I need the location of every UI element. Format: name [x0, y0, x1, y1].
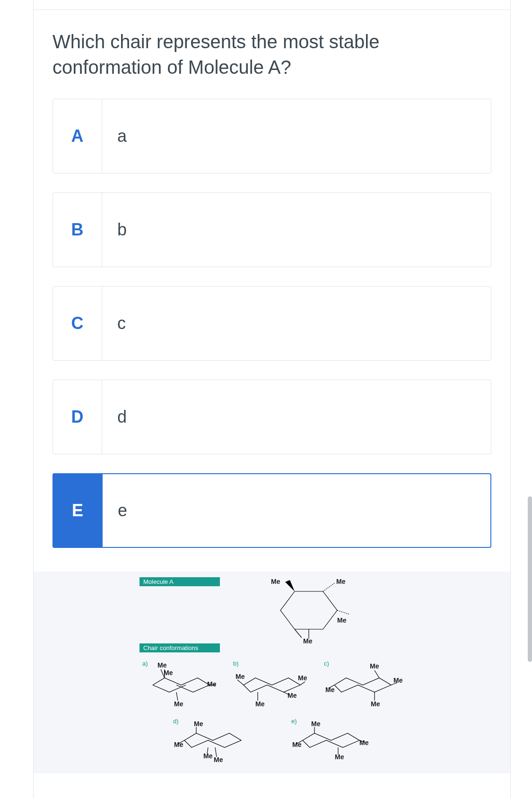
chair-conformations-label: Chair conformations: [140, 643, 220, 652]
figure-inner: Molecule A Me Me Me: [140, 577, 404, 764]
svg-text:Me: Me: [393, 677, 403, 684]
svg-text:Me: Me: [203, 752, 213, 760]
option-text: b: [102, 193, 491, 267]
question-text: Which chair represents the most stable c…: [52, 29, 491, 80]
option-letter: A: [53, 99, 102, 173]
svg-line-5: [337, 610, 349, 614]
option-letter: D: [53, 380, 102, 454]
svg-text:Me: Me: [271, 578, 280, 585]
option-letter: E: [53, 474, 103, 547]
option-e[interactable]: E e: [52, 473, 491, 548]
chair-letter: c): [324, 660, 329, 667]
svg-text:Me: Me: [303, 637, 313, 643]
chair-d: d) Me Me Me Me: [170, 717, 255, 764]
svg-line-19: [237, 680, 244, 685]
svg-line-27: [375, 670, 379, 678]
svg-text:Me: Me: [207, 680, 217, 688]
svg-text:Me: Me: [174, 700, 183, 708]
svg-text:Me: Me: [157, 661, 167, 669]
svg-line-17: [176, 692, 178, 701]
svg-line-21: [300, 682, 305, 685]
svg-text:Me: Me: [235, 673, 245, 680]
chair-letter: b): [233, 660, 239, 667]
svg-text:Me: Me: [335, 753, 344, 761]
chair-e: e) Me Me Me Me: [288, 717, 374, 764]
option-c[interactable]: C c: [52, 286, 491, 361]
question-card: Which chair represents the most stable c…: [33, 0, 511, 798]
chair-row-2: d) Me Me Me Me e): [140, 717, 404, 764]
svg-text:Me: Me: [370, 662, 379, 670]
option-a[interactable]: A a: [52, 99, 491, 173]
chair-letter: e): [291, 718, 297, 725]
svg-text:Me: Me: [311, 720, 321, 728]
svg-line-9: [295, 629, 302, 638]
option-letter: C: [53, 286, 102, 360]
question-area: Which chair represents the most stable c…: [34, 10, 510, 572]
svg-text:Me: Me: [194, 720, 203, 728]
options-list: A a B b C c D d E e: [52, 99, 491, 548]
chair-letter: a): [142, 660, 148, 667]
option-letter: B: [53, 193, 102, 267]
option-text: d: [102, 380, 491, 454]
molecule-a-label: Molecule A: [140, 577, 220, 586]
scrollbar-thumb[interactable]: [528, 496, 532, 662]
option-text: e: [103, 474, 490, 547]
svg-line-3: [323, 583, 335, 591]
chair-row-1: a) Me Me Me Me: [140, 659, 404, 711]
option-text: c: [102, 286, 491, 360]
svg-text:Me: Me: [288, 692, 297, 699]
option-d[interactable]: D d: [52, 380, 491, 454]
figure-panel: Molecule A Me Me Me: [34, 572, 510, 773]
svg-line-41: [215, 747, 217, 757]
molecule-a-row: Molecule A Me Me Me: [140, 577, 404, 643]
svg-text:Me: Me: [371, 700, 380, 708]
svg-text:Me: Me: [164, 669, 173, 677]
option-b[interactable]: B b: [52, 192, 491, 267]
svg-text:Me: Me: [337, 616, 347, 624]
svg-text:Me: Me: [214, 756, 223, 763]
svg-text:Me: Me: [359, 739, 369, 746]
svg-marker-0: [280, 591, 337, 629]
chair-b: b) Me Me Me Me: [230, 659, 314, 711]
chair-a: a) Me Me Me Me: [140, 659, 223, 711]
svg-text:Me: Me: [255, 700, 265, 708]
chair-letter: d): [173, 718, 179, 725]
svg-text:Me: Me: [298, 674, 307, 682]
molecule-a-structure: Me Me Me Me: [262, 577, 366, 643]
option-text: a: [102, 99, 491, 173]
svg-marker-1: [285, 580, 295, 591]
chair-c: c) Me Me Me Me: [321, 659, 404, 711]
svg-text:Me: Me: [336, 578, 346, 585]
